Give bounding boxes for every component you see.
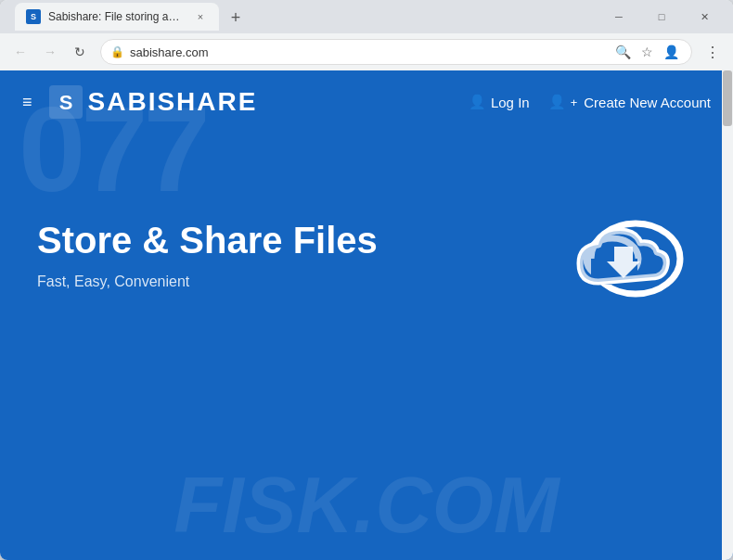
logo-text: SABISHARE (88, 87, 258, 117)
hero-section: Store & Share Files Fast, Easy, Convenie… (0, 134, 733, 356)
hero-icon (547, 189, 696, 319)
svg-text:S: S (58, 91, 72, 114)
site-nav: ≡ S SABISHARE 👤 Log In 👤 + (0, 70, 733, 134)
cloud-icon (547, 189, 696, 319)
site-logo: S SABISHARE (49, 85, 258, 119)
nav-actions: 👤 Log In 👤 + Create New Account (469, 94, 711, 110)
active-tab[interactable]: S Sabishare: File storing and sharin... … (15, 3, 219, 31)
url-bar[interactable]: 🔒 sabishare.com 🔍 ☆ 👤 (100, 39, 692, 65)
close-button[interactable]: ✕ (683, 3, 726, 31)
tab-bar: S Sabishare: File storing and sharin... … (7, 3, 598, 31)
browser-menu-button[interactable]: ⋮ (700, 39, 726, 65)
window-controls: ─ □ ✕ (598, 3, 726, 31)
register-button[interactable]: 👤 + Create New Account (548, 94, 711, 110)
login-icon: 👤 (469, 94, 486, 110)
login-label: Log In (491, 95, 530, 110)
lock-icon: 🔒 (110, 45, 124, 58)
hero-title: Store & Share Files (37, 218, 547, 262)
hamburger-icon[interactable]: ≡ (22, 93, 32, 112)
register-plus: + (571, 95, 578, 109)
address-bar: ← → ↻ 🔒 sabishare.com 🔍 ☆ 👤 ⋮ (0, 33, 733, 70)
url-actions: 🔍 ☆ 👤 (611, 41, 682, 63)
hero-subtitle: Fast, Easy, Convenient (37, 274, 547, 290)
tab-favicon: S (26, 9, 41, 24)
tab-title: Sabishare: File storing and sharin... (48, 10, 186, 23)
url-text: sabishare.com (130, 45, 606, 59)
login-button[interactable]: 👤 Log In (469, 94, 530, 110)
back-button[interactable]: ← (7, 39, 33, 65)
minimize-button[interactable]: ─ (598, 3, 640, 31)
new-tab-button[interactable]: + (223, 5, 249, 31)
watermark-bottom: FISK.COM (0, 460, 733, 551)
register-icon: 👤 (548, 94, 566, 110)
register-label: Create New Account (584, 95, 711, 110)
title-bar: S Sabishare: File storing and sharin... … (0, 0, 733, 33)
forward-button[interactable]: → (37, 39, 63, 65)
refresh-button[interactable]: ↻ (67, 39, 93, 65)
browser-frame: S Sabishare: File storing and sharin... … (0, 0, 733, 560)
maximize-button[interactable]: □ (640, 3, 683, 31)
page-content: 077 FISK.COM ≡ S SABISHARE 👤 Log In (0, 70, 733, 560)
tab-close-button[interactable]: × (193, 9, 208, 24)
bookmark-icon[interactable]: ☆ (636, 41, 658, 63)
profile-icon[interactable]: 👤 (660, 41, 682, 63)
logo-icon: S (49, 85, 83, 119)
hero-text: Store & Share Files Fast, Easy, Convenie… (37, 218, 547, 290)
search-icon[interactable]: 🔍 (611, 41, 634, 63)
